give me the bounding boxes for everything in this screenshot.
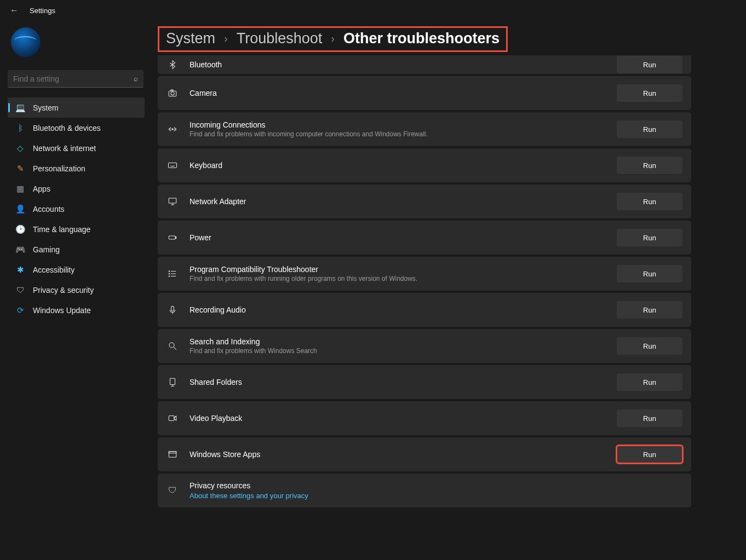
- video-icon: [167, 413, 179, 423]
- title-bar: ← Settings: [0, 0, 746, 21]
- run-button[interactable]: Run: [617, 409, 682, 427]
- search-box[interactable]: ⌕: [8, 70, 144, 88]
- svg-rect-21: [171, 306, 174, 311]
- troubleshooter-title: Search and Indexing: [190, 337, 617, 346]
- troubleshooter-desc: Find and fix problems with Windows Searc…: [190, 347, 617, 355]
- nav-label: Bluetooth & devices: [33, 124, 101, 132]
- nav-label: Gaming: [33, 245, 60, 254]
- run-button[interactable]: Run: [617, 265, 682, 282]
- svg-rect-2: [171, 90, 173, 91]
- nav-item-personalization[interactable]: ✎Personalization: [8, 158, 145, 178]
- nav-list: 💻SystemᛒBluetooth & devices◇Network & in…: [8, 97, 145, 320]
- run-button[interactable]: Run: [617, 301, 682, 319]
- crumb-system[interactable]: System: [166, 30, 215, 47]
- nav-label: Time & language: [33, 225, 90, 234]
- troubleshooter-title: Video Playback: [190, 414, 617, 423]
- nav-item-privacy-security[interactable]: 🛡Privacy & security: [8, 280, 145, 300]
- nav-label: Network & internet: [33, 144, 96, 153]
- svg-line-24: [174, 347, 176, 350]
- user-avatar[interactable]: [11, 27, 41, 57]
- nav-label: Accessibility: [33, 265, 74, 274]
- troubleshooter-text: Recording Audio: [190, 305, 617, 314]
- troubleshooter-bluetooth: BluetoothRun: [158, 55, 691, 74]
- svg-rect-28: [169, 416, 174, 421]
- troubleshooter-search-and-indexing: Search and IndexingFind and fix problems…: [158, 329, 691, 363]
- troubleshooter-windows-store-apps: Windows Store AppsRun: [158, 437, 691, 471]
- troubleshooter-text: Power: [190, 233, 617, 242]
- svg-rect-25: [170, 378, 175, 384]
- search-icon: [167, 341, 179, 351]
- keyboard-icon: [167, 160, 179, 170]
- crumb-current: Other troubleshooters: [343, 30, 500, 47]
- svg-point-23: [169, 343, 174, 348]
- troubleshooter-text: Shared Folders: [190, 378, 617, 386]
- troubleshooter-title: Network Adapter: [190, 197, 617, 206]
- run-button[interactable]: Run: [617, 373, 682, 391]
- troubleshooter-desc: Find and fix problems with incoming comp…: [190, 130, 617, 138]
- search-input[interactable]: [13, 74, 123, 83]
- troubleshooter-keyboard: KeyboardRun: [158, 148, 691, 182]
- network-internet-icon: ◇: [15, 143, 25, 153]
- back-button[interactable]: ←: [10, 5, 19, 15]
- app-icon: [167, 449, 179, 459]
- svg-point-20: [169, 276, 170, 277]
- svg-rect-30: [169, 452, 176, 453]
- svg-point-1: [171, 92, 174, 95]
- breadcrumb-highlight: System › Troubleshoot › Other troublesho…: [158, 26, 508, 52]
- mic-icon: [167, 305, 179, 315]
- nav-item-bluetooth-devices[interactable]: ᛒBluetooth & devices: [8, 118, 145, 138]
- svg-rect-10: [169, 198, 176, 203]
- troubleshooter-title: Keyboard: [190, 161, 617, 170]
- troubleshooter-title: Recording Audio: [190, 305, 617, 314]
- troubleshooter-title: Program Compatibility Troubleshooter: [190, 265, 617, 274]
- troubleshooter-text: Windows Store Apps: [190, 450, 617, 459]
- troubleshooter-title: Incoming Connections: [190, 120, 617, 129]
- svg-rect-13: [169, 236, 175, 239]
- nav-item-gaming[interactable]: 🎮Gaming: [8, 239, 145, 259]
- sidebar: ⌕ 💻SystemᛒBluetooth & devices◇Network & …: [8, 27, 145, 320]
- privacy-link[interactable]: About these settings and your privacy: [190, 492, 682, 500]
- nav-item-system[interactable]: 💻System: [8, 97, 145, 118]
- troubleshooter-list: BluetoothRunCameraRunIncoming Connection…: [158, 55, 691, 507]
- nav-item-time-language[interactable]: 🕑Time & language: [8, 219, 145, 239]
- troubleshooter-desc: Find and fix problems with running older…: [190, 275, 617, 282]
- troubleshooter-text: Camera: [190, 89, 617, 97]
- nav-item-apps[interactable]: ▦Apps: [8, 178, 145, 199]
- troubleshooter-network-adapter: Network AdapterRun: [158, 184, 691, 218]
- troubleshooter-title: Bluetooth: [190, 60, 617, 69]
- run-button[interactable]: Run: [617, 337, 682, 355]
- windows-update-icon: ⟳: [15, 305, 25, 315]
- bluetooth-devices-icon: ᛒ: [15, 123, 25, 132]
- nav-item-windows-update[interactable]: ⟳Windows Update: [8, 300, 145, 320]
- troubleshooter-video-playback: Video PlaybackRun: [158, 401, 691, 435]
- personalization-icon: ✎: [15, 164, 25, 174]
- nav-item-accessibility[interactable]: ✱Accessibility: [8, 259, 145, 280]
- nav-item-accounts[interactable]: 👤Accounts: [8, 199, 145, 219]
- troubleshooter-program-compatibility-troubleshooter: Program Compatibility TroubleshooterFind…: [158, 257, 691, 291]
- chevron-right-icon: ›: [331, 32, 335, 45]
- camera-icon: [167, 88, 179, 98]
- run-button[interactable]: Run: [617, 229, 682, 246]
- signal-icon: [167, 124, 179, 134]
- run-button[interactable]: Run: [617, 157, 682, 174]
- bluetooth-icon: [167, 60, 179, 70]
- privacy-text: Privacy resourcesAbout these settings an…: [190, 481, 682, 500]
- apps-icon: ▦: [15, 184, 25, 194]
- run-button[interactable]: Run: [617, 56, 682, 73]
- troubleshooter-text: Video Playback: [190, 414, 617, 423]
- crumb-troubleshoot[interactable]: Troubleshoot: [237, 30, 323, 47]
- troubleshooter-shared-folders: Shared FoldersRun: [158, 365, 691, 399]
- search-icon: ⌕: [134, 74, 138, 83]
- privacy-security-icon: 🛡: [15, 285, 25, 295]
- svg-point-3: [172, 129, 173, 130]
- run-button[interactable]: Run: [617, 193, 682, 210]
- svg-point-18: [169, 271, 170, 272]
- nav-item-network-internet[interactable]: ◇Network & internet: [8, 138, 145, 158]
- main-content: System › Troubleshoot › Other troublesho…: [158, 26, 691, 560]
- run-button[interactable]: Run: [617, 120, 682, 138]
- app-title: Settings: [30, 7, 55, 15]
- troubleshooter-recording-audio: Recording AudioRun: [158, 293, 691, 327]
- run-button[interactable]: Run: [617, 446, 682, 463]
- nav-label: Apps: [33, 184, 50, 193]
- run-button[interactable]: Run: [617, 84, 682, 102]
